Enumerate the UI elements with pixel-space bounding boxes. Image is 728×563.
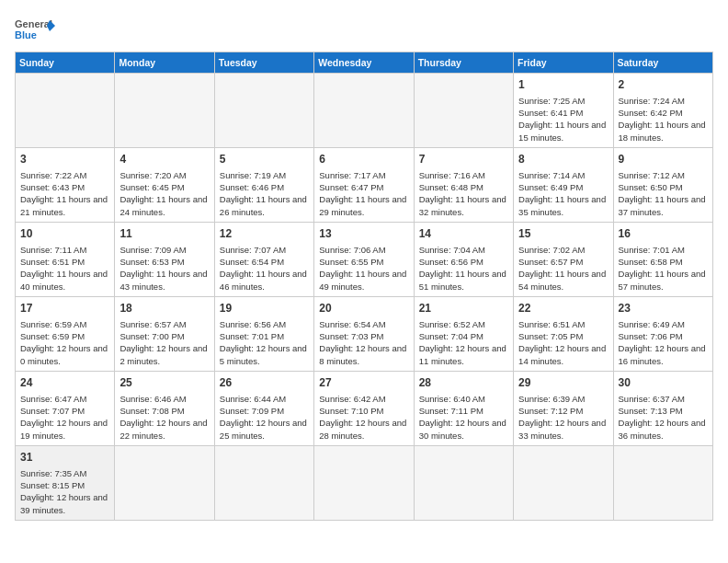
day-number: 24: [20, 375, 109, 391]
calendar-day-cell: [214, 74, 313, 148]
calendar-day-cell: 18Sunrise: 6:57 AM Sunset: 7:00 PM Dayli…: [115, 296, 214, 371]
calendar-day-cell: 26Sunrise: 6:44 AM Sunset: 7:09 PM Dayli…: [214, 371, 313, 445]
calendar-day-cell: 4Sunrise: 7:20 AM Sunset: 6:45 PM Daylig…: [115, 147, 214, 222]
calendar-day-cell: 30Sunrise: 6:37 AM Sunset: 7:13 PM Dayli…: [613, 371, 712, 445]
day-info: Sunrise: 7:14 AM Sunset: 6:49 PM Dayligh…: [518, 169, 608, 218]
day-info: Sunrise: 7:24 AM Sunset: 6:42 PM Dayligh…: [619, 95, 708, 144]
weekday-header-monday: Monday: [115, 52, 214, 74]
day-number: 6: [319, 152, 408, 167]
day-number: 15: [518, 226, 608, 242]
calendar-day-cell: 23Sunrise: 6:49 AM Sunset: 7:06 PM Dayli…: [613, 296, 712, 371]
calendar-week-row: 1Sunrise: 7:25 AM Sunset: 6:41 PM Daylig…: [16, 74, 713, 148]
day-info: Sunrise: 7:11 AM Sunset: 6:51 PM Dayligh…: [20, 244, 109, 293]
day-number: 4: [119, 152, 209, 167]
calendar-day-cell: 31Sunrise: 7:35 AM Sunset: 8:15 PM Dayli…: [16, 445, 115, 520]
day-info: Sunrise: 7:17 AM Sunset: 6:47 PM Dayligh…: [319, 169, 408, 218]
calendar-day-cell: 6Sunrise: 7:17 AM Sunset: 6:47 PM Daylig…: [314, 147, 414, 222]
calendar-week-row: 31Sunrise: 7:35 AM Sunset: 8:15 PM Dayli…: [16, 445, 713, 520]
day-number: 3: [20, 152, 109, 167]
calendar-day-cell: [16, 74, 115, 148]
day-number: 29: [518, 375, 608, 391]
day-number: 31: [20, 450, 109, 465]
day-info: Sunrise: 7:09 AM Sunset: 6:53 PM Dayligh…: [119, 244, 209, 293]
calendar-day-cell: 28Sunrise: 6:40 AM Sunset: 7:11 PM Dayli…: [414, 371, 513, 445]
weekday-header-wednesday: Wednesday: [314, 52, 414, 74]
weekday-header-row: SundayMondayTuesdayWednesdayThursdayFrid…: [16, 52, 713, 74]
day-number: 21: [419, 301, 508, 316]
day-number: 27: [319, 375, 408, 391]
calendar-day-cell: 11Sunrise: 7:09 AM Sunset: 6:53 PM Dayli…: [115, 222, 214, 296]
day-number: 18: [119, 301, 209, 316]
day-info: Sunrise: 7:07 AM Sunset: 6:54 PM Dayligh…: [220, 244, 309, 293]
day-number: 23: [619, 301, 708, 316]
day-info: Sunrise: 6:37 AM Sunset: 7:13 PM Dayligh…: [619, 393, 708, 442]
day-info: Sunrise: 6:42 AM Sunset: 7:10 PM Dayligh…: [319, 393, 408, 442]
calendar-day-cell: 13Sunrise: 7:06 AM Sunset: 6:55 PM Dayli…: [314, 222, 414, 296]
logo: General Blue: [15, 15, 55, 44]
calendar-day-cell: [414, 74, 513, 148]
calendar-day-cell: [115, 445, 214, 520]
calendar-day-cell: 21Sunrise: 6:52 AM Sunset: 7:04 PM Dayli…: [414, 296, 513, 371]
day-number: 13: [319, 226, 408, 242]
day-info: Sunrise: 6:47 AM Sunset: 7:07 PM Dayligh…: [20, 393, 109, 442]
weekday-header-tuesday: Tuesday: [214, 52, 313, 74]
day-info: Sunrise: 7:06 AM Sunset: 6:55 PM Dayligh…: [319, 244, 408, 293]
calendar-day-cell: 3Sunrise: 7:22 AM Sunset: 6:43 PM Daylig…: [16, 147, 115, 222]
day-number: 25: [119, 375, 209, 391]
day-number: 12: [220, 226, 309, 242]
day-number: 5: [220, 152, 309, 167]
calendar-day-cell: 24Sunrise: 6:47 AM Sunset: 7:07 PM Dayli…: [16, 371, 115, 445]
day-info: Sunrise: 6:59 AM Sunset: 6:59 PM Dayligh…: [20, 318, 109, 367]
calendar-day-cell: [514, 445, 613, 520]
calendar-week-row: 10Sunrise: 7:11 AM Sunset: 6:51 PM Dayli…: [16, 222, 713, 296]
calendar-day-cell: [214, 445, 313, 520]
logo-svg: General Blue: [15, 15, 55, 44]
day-info: Sunrise: 7:22 AM Sunset: 6:43 PM Dayligh…: [20, 169, 109, 218]
day-number: 2: [619, 77, 708, 93]
calendar-day-cell: 19Sunrise: 6:56 AM Sunset: 7:01 PM Dayli…: [214, 296, 313, 371]
day-info: Sunrise: 6:57 AM Sunset: 7:00 PM Dayligh…: [119, 318, 209, 367]
day-info: Sunrise: 6:54 AM Sunset: 7:03 PM Dayligh…: [319, 318, 408, 367]
svg-text:Blue: Blue: [15, 29, 37, 40]
calendar-day-cell: [314, 74, 414, 148]
day-number: 19: [220, 301, 309, 316]
day-number: 30: [619, 375, 708, 391]
day-info: Sunrise: 6:39 AM Sunset: 7:12 PM Dayligh…: [518, 393, 608, 442]
day-number: 16: [619, 226, 708, 242]
calendar-day-cell: 1Sunrise: 7:25 AM Sunset: 6:41 PM Daylig…: [514, 74, 613, 148]
calendar-day-cell: [115, 74, 214, 148]
day-info: Sunrise: 7:16 AM Sunset: 6:48 PM Dayligh…: [419, 169, 508, 218]
calendar-day-cell: 14Sunrise: 7:04 AM Sunset: 6:56 PM Dayli…: [414, 222, 513, 296]
day-info: Sunrise: 7:25 AM Sunset: 6:41 PM Dayligh…: [518, 95, 608, 144]
day-number: 8: [518, 152, 608, 167]
day-info: Sunrise: 7:35 AM Sunset: 8:15 PM Dayligh…: [20, 467, 109, 516]
day-number: 9: [619, 152, 708, 167]
day-info: Sunrise: 6:56 AM Sunset: 7:01 PM Dayligh…: [220, 318, 309, 367]
day-number: 7: [419, 152, 508, 167]
calendar-day-cell: 16Sunrise: 7:01 AM Sunset: 6:58 PM Dayli…: [613, 222, 712, 296]
day-info: Sunrise: 6:44 AM Sunset: 7:09 PM Dayligh…: [220, 393, 309, 442]
day-number: 1: [518, 77, 608, 93]
calendar-day-cell: 7Sunrise: 7:16 AM Sunset: 6:48 PM Daylig…: [414, 147, 513, 222]
day-info: Sunrise: 6:51 AM Sunset: 7:05 PM Dayligh…: [518, 318, 608, 367]
calendar-day-cell: 17Sunrise: 6:59 AM Sunset: 6:59 PM Dayli…: [16, 296, 115, 371]
weekday-header-sunday: Sunday: [16, 52, 115, 74]
day-info: Sunrise: 7:20 AM Sunset: 6:45 PM Dayligh…: [119, 169, 209, 218]
calendar-day-cell: 22Sunrise: 6:51 AM Sunset: 7:05 PM Dayli…: [514, 296, 613, 371]
day-info: Sunrise: 7:01 AM Sunset: 6:58 PM Dayligh…: [619, 244, 708, 293]
weekday-header-thursday: Thursday: [414, 52, 513, 74]
day-info: Sunrise: 6:46 AM Sunset: 7:08 PM Dayligh…: [119, 393, 209, 442]
day-number: 22: [518, 301, 608, 316]
calendar-day-cell: [314, 445, 414, 520]
day-number: 17: [20, 301, 109, 316]
day-number: 20: [319, 301, 408, 316]
day-info: Sunrise: 7:12 AM Sunset: 6:50 PM Dayligh…: [619, 169, 708, 218]
calendar-day-cell: 15Sunrise: 7:02 AM Sunset: 6:57 PM Dayli…: [514, 222, 613, 296]
calendar-day-cell: 2Sunrise: 7:24 AM Sunset: 6:42 PM Daylig…: [613, 74, 712, 148]
weekday-header-friday: Friday: [514, 52, 613, 74]
day-info: Sunrise: 6:49 AM Sunset: 7:06 PM Dayligh…: [619, 318, 708, 367]
day-info: Sunrise: 7:19 AM Sunset: 6:46 PM Dayligh…: [220, 169, 309, 218]
day-info: Sunrise: 7:02 AM Sunset: 6:57 PM Dayligh…: [518, 244, 608, 293]
calendar-day-cell: 5Sunrise: 7:19 AM Sunset: 6:46 PM Daylig…: [214, 147, 313, 222]
page-header: General Blue: [15, 15, 713, 44]
